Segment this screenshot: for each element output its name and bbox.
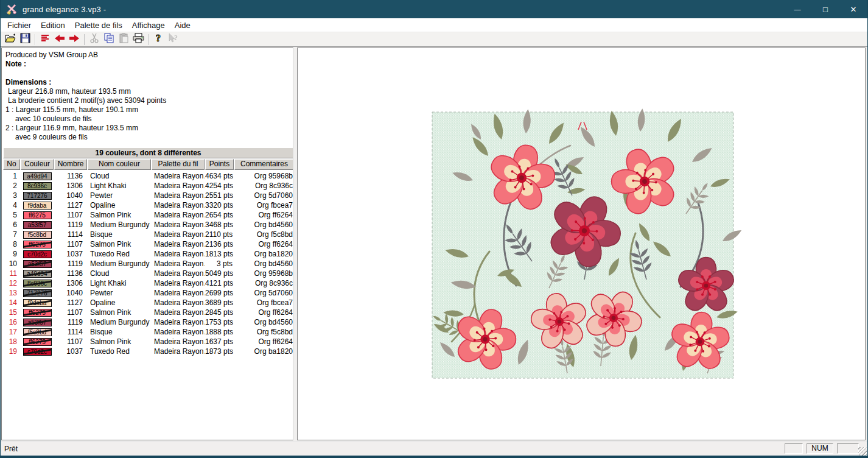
thread-comment: Org ff6264 [234,308,293,317]
thread-count: 1037 [54,249,87,259]
column-header-nombre[interactable]: Nombre [54,159,87,170]
thread-row[interactable]: 7f5c8bd1114BisqueMadeira Rayon...2110 pt… [3,230,293,239]
embroidery-preview-panel[interactable] [297,48,866,440]
color-swatch[interactable]: 8c936c [23,280,52,287]
thread-number: 2 [3,181,20,191]
color-swatch[interactable]: a49d94 [23,270,52,278]
thread-row[interactable]: 17f5c8bd1114BisqueMadeira Rayon...1888 p… [3,327,293,337]
column-header-commentaires[interactable]: Commentaires [234,159,293,170]
print-button[interactable] [131,33,145,46]
thread-comment: Org bd4560 [234,259,293,269]
thread-row[interactable]: 1a49d941136CloudMadeira Rayon...4634 pts… [3,171,293,181]
thread-row[interactable]: 19c70d2c1037Tuxedo RedMadeira Rayon...18… [3,347,293,356]
minimize-button[interactable]: — [783,0,811,18]
color-swatch[interactable]: ff6275 [23,211,52,219]
color-swatch[interactable]: a53f57 [23,260,52,268]
app-window: grand elegance 3.vp3 - —□✕ FichierEditio… [0,0,868,458]
thread-number: 16 [3,317,20,327]
copy-icon [103,33,114,46]
color-swatch[interactable]: 717276 [23,192,52,200]
color-swatch-cell: 8c936c [21,280,54,287]
thread-color-name: Salmon Pink [88,239,151,249]
menu-affichage[interactable]: Affichage [127,19,170,31]
status-pane-scrl [837,443,859,454]
color-swatch-cell: 717276 [21,192,54,200]
maximize-button[interactable]: □ [811,0,839,18]
embroidery-design-canvas[interactable] [298,48,865,440]
thread-number: 15 [3,308,20,317]
color-swatch-cell: a53f57 [21,319,54,326]
menu-palette-de-fils[interactable]: Palette de fils [70,19,127,31]
column-header-palette-du-fil[interactable]: Palette du fil [152,159,205,170]
color-swatch[interactable]: f9daba [23,202,52,210]
stitch-list-button[interactable] [38,33,52,46]
thread-row[interactable]: 6a53f571119Medium BurgundyMadeira Rayon.… [3,220,293,230]
thread-row[interactable]: 37172761040PewterMadeira Rayon...2551 pt… [3,191,293,200]
thread-row[interactable]: 15ff62751107Salmon PinkMadeira Rayon...2… [3,308,293,317]
color-swatch[interactable]: f5c8bd [23,328,52,336]
open-button[interactable] [3,33,18,46]
thread-row[interactable]: 137172761040PewterMadeira Rayon...2699 p… [3,288,293,298]
menu-aide[interactable]: Aide [170,19,195,31]
titlebar[interactable]: grand elegance 3.vp3 - —□✕ [1,0,867,18]
menu-fichier[interactable]: Fichier [2,19,36,31]
color-swatch[interactable]: c70d2c [23,250,52,258]
previous-color-button[interactable] [52,33,67,46]
thread-row[interactable]: 10a53f571119Medium BurgundyMadeira Rayon… [3,259,293,269]
thread-count: 1119 [54,317,87,327]
resize-grip[interactable] [858,447,867,456]
close-button[interactable]: ✕ [839,0,867,18]
thread-color-name: Light Khaki [88,278,151,288]
color-swatch[interactable]: ff6275 [23,338,52,346]
thread-palette: Madeira Rayon... [152,327,205,337]
thread-row[interactable]: 8ff62751107Salmon PinkMadeira Rayon...21… [3,239,293,249]
thread-row[interactable]: 9c70d2c1037Tuxedo RedMadeira Rayon...181… [3,249,293,259]
thread-row[interactable]: 16a53f571119Medium BurgundyMadeira Rayon… [3,317,293,327]
thread-points: 4634 pts [205,171,234,181]
cut-button [87,33,102,46]
thread-row[interactable]: 14f9daba1127OpalineMadeira Rayon...3689 … [3,298,293,308]
color-swatch[interactable]: 8c936c [23,182,52,190]
help-button[interactable]: ? [151,33,166,46]
color-swatch[interactable]: ff6275 [23,309,52,317]
thread-palette: Madeira Rayon... [152,249,205,259]
thread-comment: Org ff6264 [234,210,293,220]
thread-number: 12 [3,278,20,288]
thread-row[interactable]: 28c936c1306Light KhakiMadeira Rayon...42… [3,181,293,191]
paste-icon [119,33,129,46]
column-header-points[interactable]: Points [205,159,234,170]
color-swatch[interactable]: a49d94 [23,172,52,180]
thread-palette: Madeira Rayon... [152,259,205,269]
thread-count: 1119 [54,259,87,269]
thread-palette: Madeira Rayon... [152,181,205,191]
color-swatch-cell: c70d2c [21,348,54,356]
color-swatch[interactable]: a53f57 [23,319,52,326]
color-swatch[interactable]: ff6275 [23,241,52,248]
thread-row[interactable]: 4f9daba1127OpalineMadeira Rayon...3320 p… [3,200,293,210]
menu-edition[interactable]: Edition [36,19,70,31]
column-header-nom-couleur[interactable]: Nom couleur [88,159,151,170]
thread-row[interactable]: 11a49d941136CloudMadeira Rayon...5049 pt… [3,269,293,278]
thread-number: 5 [3,210,20,220]
color-swatch[interactable]: f5c8bd [23,231,52,239]
color-swatch[interactable]: f9daba [23,299,52,307]
thread-points: 1888 pts [205,327,234,337]
color-swatch[interactable]: a53f57 [23,221,52,229]
column-header-no[interactable]: No [3,159,20,170]
thread-count: 1114 [54,230,87,239]
thread-row[interactable]: 5ff62751107Salmon PinkMadeira Rayon...26… [3,210,293,220]
next-color-button[interactable] [67,33,82,46]
thread-comment: Org 95968b [234,171,293,181]
thread-color-name: Pewter [88,288,151,298]
color-swatch[interactable]: c70d2c [23,348,52,356]
copy-button[interactable] [102,33,116,46]
column-header-couleur[interactable]: Couleur [21,159,54,170]
thread-row[interactable]: 128c936c1306Light KhakiMadeira Rayon...4… [3,278,293,288]
save-button[interactable] [18,33,32,46]
thread-count: 1114 [54,327,87,337]
paste-button [116,33,131,46]
color-swatch-cell: f9daba [21,299,54,307]
color-swatch-cell: ff6275 [21,309,54,317]
thread-row[interactable]: 18ff62751107Salmon PinkMadeira Rayon...1… [3,337,293,347]
color-swatch[interactable]: 717276 [23,289,52,297]
